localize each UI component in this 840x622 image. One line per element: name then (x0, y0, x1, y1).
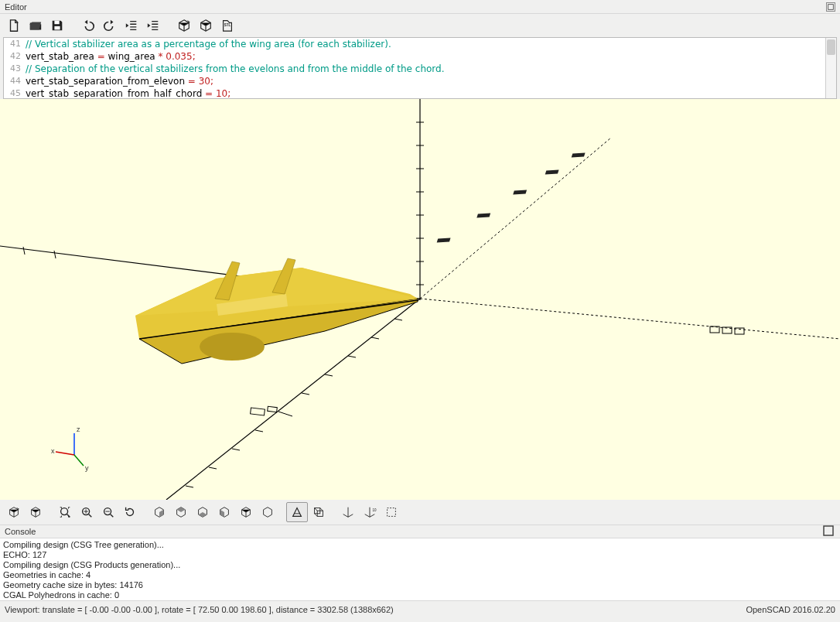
svg-line-29 (420, 299, 840, 339)
svg-line-23 (255, 430, 263, 432)
svg-rect-32 (476, 214, 490, 218)
view-left-button[interactable] (213, 502, 235, 522)
line-number: 41 (4, 38, 26, 50)
svg-line-67 (348, 514, 353, 518)
svg-text:10: 10 (373, 508, 377, 512)
svg-line-48 (56, 452, 74, 455)
status-left: Viewport: translate = [ -0.00 -0.00 -0.0… (5, 605, 394, 614)
line-number: 43 (4, 63, 26, 75)
svg-line-25 (209, 467, 217, 469)
console-line: Compiling design (CSG Tree generation)..… (3, 540, 837, 550)
code-line[interactable]: 44vert_stab_separation_from_elevon = 30; (4, 75, 836, 87)
show-scale-button[interactable]: 10 (359, 502, 381, 522)
preview-button[interactable] (173, 15, 195, 36)
redo-button[interactable] (99, 15, 121, 36)
console-header: Console (0, 525, 840, 538)
console-close-button[interactable] (821, 524, 835, 539)
console-line: Geometries in cache: 4 (3, 570, 837, 580)
code-line[interactable]: 43// Separation of the vertical stabiliz… (4, 63, 836, 75)
svg-rect-35 (572, 153, 586, 158)
svg-line-63 (320, 508, 323, 511)
render-view-button[interactable] (25, 502, 46, 522)
export-stl-button[interactable]: STL (217, 15, 238, 36)
svg-rect-72 (388, 508, 396, 517)
code-text: // Separation of the vertical stabilizer… (26, 63, 836, 75)
close-button[interactable] (826, 2, 835, 12)
svg-line-70 (370, 514, 374, 518)
svg-line-16 (23, 247, 25, 255)
orthogonal-button[interactable] (308, 502, 330, 522)
console-line: Geometry cache size in bytes: 14176 (3, 580, 837, 590)
svg-line-24 (232, 449, 240, 450)
svg-rect-73 (824, 526, 833, 535)
viewport-3d[interactable]: z x y (0, 99, 840, 500)
show-axes-button[interactable] (337, 502, 359, 522)
reset-view-button[interactable] (119, 502, 141, 522)
svg-line-18 (371, 337, 379, 339)
svg-rect-0 (828, 4, 834, 9)
svg-line-15 (54, 251, 56, 258)
undo-button[interactable] (77, 15, 99, 36)
svg-text:STL: STL (224, 23, 231, 27)
code-text: vert_stab_separation_from_elevon = 30; (26, 75, 836, 87)
svg-line-21 (302, 393, 309, 395)
svg-rect-27 (251, 408, 265, 415)
view-bottom-button[interactable] (192, 502, 213, 522)
line-number: 44 (4, 75, 26, 87)
svg-rect-34 (545, 170, 559, 175)
svg-line-49 (74, 455, 84, 466)
code-editor[interactable]: 41// Vertical stabilizer area as a perce… (3, 37, 837, 99)
line-number: 45 (4, 87, 26, 99)
editor-toolbar: STL (0, 14, 840, 37)
code-text: vert_stab_separation_from_half_chord = 1… (26, 87, 836, 99)
zoom-out-button[interactable] (97, 502, 119, 522)
svg-line-53 (89, 514, 92, 518)
code-text: // Vertical stabilizer area as a percent… (26, 38, 836, 50)
svg-line-62 (315, 508, 318, 511)
code-line[interactable]: 45vert_stab_separation_from_half_chord =… (4, 87, 836, 99)
view-front-button[interactable] (235, 502, 257, 522)
svg-point-45 (200, 333, 265, 361)
console-title: Console (5, 527, 36, 536)
new-file-button[interactable] (3, 15, 25, 36)
code-line[interactable]: 41// Vertical stabilizer area as a perce… (4, 38, 836, 50)
unindent-button[interactable] (121, 15, 142, 36)
svg-rect-28 (268, 406, 278, 412)
editor-title: Editor (5, 2, 27, 12)
svg-rect-33 (513, 190, 527, 195)
svg-rect-31 (437, 238, 451, 243)
open-file-button[interactable] (25, 15, 46, 36)
view-all-button[interactable] (54, 502, 76, 522)
svg-line-22 (278, 412, 292, 416)
status-bar: Viewport: translate = [ -0.00 -0.00 -0.0… (0, 600, 840, 617)
svg-rect-2 (54, 26, 60, 30)
view-back-button[interactable] (257, 502, 278, 522)
status-right: OpenSCAD 2016.02.20 (746, 605, 835, 614)
zoom-in-button[interactable] (76, 502, 97, 522)
svg-line-20 (325, 374, 333, 376)
show-edges-button[interactable] (381, 502, 402, 522)
render-button[interactable] (195, 15, 217, 36)
preview-view-button[interactable] (3, 502, 25, 522)
line-number: 42 (4, 50, 26, 63)
svg-point-50 (61, 508, 68, 515)
svg-line-57 (111, 514, 114, 518)
svg-line-66 (343, 514, 348, 518)
svg-line-26 (186, 486, 193, 487)
console-line: ECHO: 127 (3, 550, 837, 560)
svg-line-17 (394, 319, 402, 320)
svg-line-30 (420, 138, 611, 299)
axis-z-label: z (77, 425, 80, 433)
editor-titlebar: Editor (0, 0, 840, 14)
code-text: vert_stab_area = wing_area * 0.035; (26, 50, 836, 63)
code-line[interactable]: 42vert_stab_area = wing_area * 0.035; (4, 50, 836, 63)
perspective-button[interactable] (286, 502, 308, 522)
console-output[interactable]: Compiling design (CSG Tree generation)..… (0, 538, 840, 600)
indent-button[interactable] (142, 15, 164, 36)
editor-scrollbar[interactable] (825, 38, 836, 98)
save-file-button[interactable] (46, 15, 68, 36)
console-line: Compiling design (CSG Products generatio… (3, 560, 837, 570)
view-top-button[interactable] (170, 502, 192, 522)
svg-line-64 (315, 514, 318, 517)
view-right-button[interactable] (149, 502, 170, 522)
